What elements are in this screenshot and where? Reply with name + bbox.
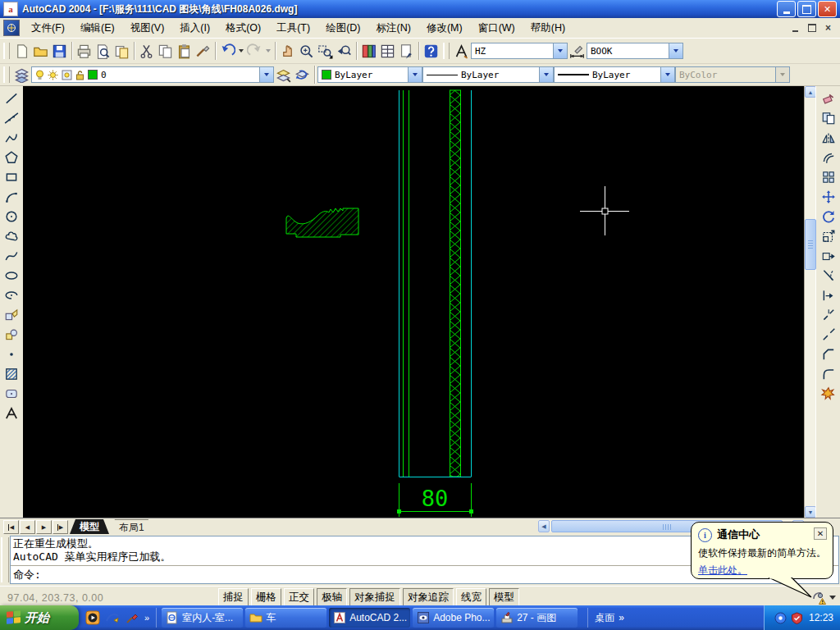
break-icon[interactable] xyxy=(819,326,838,344)
command-grip[interactable] xyxy=(1,537,9,582)
toolbar-grip[interactable] xyxy=(443,43,450,59)
scroll-down-icon[interactable]: ▼ xyxy=(805,506,816,518)
construction-line-icon[interactable] xyxy=(2,109,21,127)
undo-dropdown-icon[interactable] xyxy=(239,49,244,52)
mirror-icon[interactable] xyxy=(819,129,838,147)
task-paint[interactable]: 27 - 画图 xyxy=(496,608,578,628)
tab-next-button[interactable]: ▶ xyxy=(36,520,52,534)
task-photoshop[interactable]: Adobe Pho... xyxy=(413,608,494,628)
offset-icon[interactable] xyxy=(819,148,838,167)
designcenter-icon[interactable] xyxy=(378,42,397,61)
extend-icon[interactable] xyxy=(819,286,838,304)
tab-last-button[interactable]: ▶ xyxy=(52,520,68,534)
task-autocad[interactable]: AutoCAD 2... xyxy=(329,608,410,628)
quicklaunch-chevron[interactable]: » xyxy=(144,613,149,623)
copy-object-icon[interactable] xyxy=(819,109,838,127)
hatch-icon[interactable] xyxy=(2,365,21,383)
mdi-close-button[interactable]: × xyxy=(821,22,835,34)
desktop-toolbar[interactable]: 桌面 » xyxy=(587,608,631,628)
mdi-restore-button[interactable] xyxy=(805,22,819,34)
balloon-link[interactable]: 单击此处。 xyxy=(698,564,826,578)
stretch-icon[interactable] xyxy=(819,247,838,265)
insert-block-icon[interactable] xyxy=(2,306,21,324)
scroll-up-icon[interactable]: ▲ xyxy=(805,86,816,98)
make-block-icon[interactable] xyxy=(2,326,21,344)
array-icon[interactable] xyxy=(819,168,838,186)
mdi-minimize-button[interactable] xyxy=(788,22,802,34)
dim-style-icon[interactable] xyxy=(568,42,587,61)
menu-tools[interactable]: 工具(T) xyxy=(269,19,317,38)
text-style-icon[interactable] xyxy=(452,42,471,61)
plot-preview-icon[interactable] xyxy=(94,42,112,61)
menu-help[interactable]: 帮助(H) xyxy=(523,19,573,38)
task-folder-che[interactable]: 车 xyxy=(245,608,326,628)
erase-icon[interactable] xyxy=(819,89,838,107)
new-file-icon[interactable] xyxy=(12,42,31,61)
redo-icon[interactable] xyxy=(245,42,264,61)
menu-window[interactable]: 窗口(W) xyxy=(471,19,523,38)
explode-icon[interactable] xyxy=(819,385,838,403)
publish-icon[interactable] xyxy=(112,42,131,61)
tab-prev-button[interactable]: ◀ xyxy=(20,520,35,534)
dropdown-arrow-icon[interactable] xyxy=(539,67,553,82)
region-icon[interactable] xyxy=(2,385,21,403)
dropdown-arrow-icon[interactable] xyxy=(408,67,422,82)
arc-icon[interactable] xyxy=(2,188,21,206)
menu-file[interactable]: 文件(F) xyxy=(24,19,72,38)
lineweight-toggle[interactable]: 线宽 xyxy=(456,588,486,607)
cut-icon[interactable] xyxy=(137,42,156,61)
spline-icon[interactable] xyxy=(2,247,21,265)
menu-dimension[interactable]: 标注(N) xyxy=(369,19,418,38)
pan-icon[interactable] xyxy=(278,42,297,61)
vertical-scrollbar[interactable]: ▲ ▼ xyxy=(804,86,815,518)
save-icon[interactable] xyxy=(50,42,69,61)
text-style-dropdown[interactable]: HZ xyxy=(471,43,568,59)
multiline-text-icon[interactable] xyxy=(2,404,21,422)
line-icon[interactable] xyxy=(2,89,21,107)
task-interior-doc[interactable]: 室内人-室... xyxy=(162,608,243,628)
trim-icon[interactable] xyxy=(819,267,838,285)
polar-toggle[interactable]: 极轴 xyxy=(317,588,347,607)
menu-edit[interactable]: 编辑(E) xyxy=(73,19,122,38)
open-file-icon[interactable] xyxy=(31,42,50,61)
rotate-icon[interactable] xyxy=(819,208,838,226)
polygon-icon[interactable] xyxy=(2,148,21,167)
osnap-toggle[interactable]: 对象捕捉 xyxy=(349,588,400,607)
break-at-point-icon[interactable] xyxy=(819,306,838,324)
plot-icon[interactable] xyxy=(75,42,94,61)
tool-palettes-icon[interactable] xyxy=(359,42,378,61)
paste-icon[interactable] xyxy=(175,42,194,61)
dim-style-dropdown[interactable]: BOOK xyxy=(587,43,683,59)
restore-button[interactable] xyxy=(797,1,816,17)
layer-previous-icon[interactable] xyxy=(293,66,312,84)
layer-dropdown[interactable]: 0 xyxy=(31,66,274,83)
make-layer-current-icon[interactable] xyxy=(274,66,293,84)
chamfer-icon[interactable] xyxy=(819,345,838,363)
color-dropdown[interactable]: ByLayer xyxy=(317,66,422,83)
menu-modify[interactable]: 修改(M) xyxy=(419,19,470,38)
vertical-scroll-thumb[interactable] xyxy=(805,219,816,270)
status-tray-arrow-icon[interactable] xyxy=(829,596,836,600)
zoom-previous-icon[interactable] xyxy=(335,42,354,61)
linetype-dropdown[interactable]: ByLayer xyxy=(422,66,554,83)
model-toggle[interactable]: 模型 xyxy=(489,588,519,607)
match-properties-icon[interactable] xyxy=(194,42,212,61)
fillet-icon[interactable] xyxy=(819,365,838,383)
copy-clip-icon[interactable] xyxy=(156,42,175,61)
ellipse-icon[interactable] xyxy=(2,267,21,285)
circle-icon[interactable] xyxy=(2,208,21,226)
point-icon[interactable] xyxy=(2,345,21,363)
scroll-left-icon[interactable]: ◀ xyxy=(538,520,550,532)
tray-network-icon[interactable] xyxy=(774,612,787,624)
coordinates-readout[interactable]: 97.04, 203.73, 0.00 xyxy=(2,591,216,605)
dropdown-arrow-icon[interactable] xyxy=(553,43,567,58)
snap-toggle[interactable]: 捕捉 xyxy=(218,588,249,607)
layer-manager-icon[interactable] xyxy=(12,66,31,84)
tray-antivirus-icon[interactable] xyxy=(791,612,803,624)
polyline-icon[interactable] xyxy=(2,129,21,147)
paintbrush-icon[interactable] xyxy=(125,610,139,625)
start-button[interactable]: 开始 xyxy=(0,605,79,630)
balloon-close-button[interactable]: ✕ xyxy=(814,527,827,540)
media-player-icon[interactable] xyxy=(85,610,100,625)
ortho-toggle[interactable]: 正交 xyxy=(284,588,314,607)
